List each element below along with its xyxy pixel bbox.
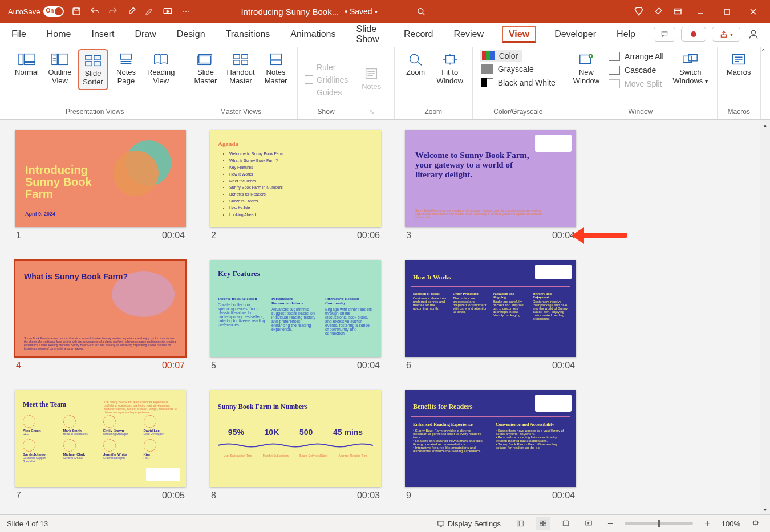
color-mode-button[interactable]: Color bbox=[480, 50, 522, 62]
group-label: Show bbox=[318, 108, 335, 116]
slide-thumbnail-9[interactable]: Benefits for Readers Enhanced Reading Ex… bbox=[405, 390, 576, 501]
svg-point-26 bbox=[410, 55, 418, 63]
bw-mode-button[interactable]: Black and White bbox=[480, 76, 557, 89]
outline-view-button[interactable]: Outline View bbox=[44, 49, 75, 88]
tab-home[interactable]: Home bbox=[44, 26, 74, 43]
window-options-icon[interactable] bbox=[668, 2, 687, 21]
maximize-button[interactable] bbox=[714, 2, 739, 21]
redo-icon[interactable] bbox=[104, 2, 122, 21]
slide-thumbnail-4[interactable]: What is Sunny Book Farm? Sunny Book Farm… bbox=[15, 260, 186, 371]
autosave-label: AutoSave bbox=[8, 7, 40, 16]
svg-rect-33 bbox=[437, 521, 444, 525]
tab-animations[interactable]: Animations bbox=[288, 26, 338, 43]
scroll-down-icon[interactable]: ▾ bbox=[760, 504, 770, 514]
slide-timing: 00:04 bbox=[552, 230, 575, 241]
sorter-view-status-button[interactable] bbox=[536, 517, 550, 530]
svg-rect-34 bbox=[517, 521, 520, 526]
account-icon[interactable] bbox=[746, 27, 761, 42]
present-icon[interactable] bbox=[159, 2, 177, 21]
handout-master-button[interactable]: Handout Master bbox=[223, 49, 258, 88]
tab-slideshow[interactable]: Slide Show bbox=[354, 21, 385, 48]
slide-number: 4 bbox=[16, 360, 21, 371]
tab-draw[interactable]: Draw bbox=[132, 26, 158, 43]
zoom-percent[interactable]: 100% bbox=[722, 519, 740, 528]
group-show: Ruler Gridlines Guides Notes Show⤡ bbox=[298, 47, 395, 119]
minimize-button[interactable] bbox=[688, 2, 713, 21]
share-button[interactable]: ▾ bbox=[712, 27, 740, 42]
slide-timing: 00:05 bbox=[162, 490, 185, 501]
tab-record[interactable]: Record bbox=[402, 26, 436, 43]
ruler-checkbox[interactable]: Ruler bbox=[305, 62, 348, 73]
slide-timing: 00:04 bbox=[357, 360, 380, 371]
brush-icon[interactable] bbox=[649, 2, 667, 21]
fit-to-window-button[interactable]: Fit to Window bbox=[433, 49, 467, 88]
scroll-up-icon[interactable]: ▴ bbox=[760, 120, 770, 130]
zoom-out-button[interactable]: − bbox=[604, 518, 617, 530]
arrange-all-button[interactable]: Arrange All bbox=[607, 50, 664, 63]
slide-master-button[interactable]: Slide Master bbox=[190, 49, 221, 88]
guides-checkbox[interactable]: Guides bbox=[305, 87, 348, 98]
tab-developer[interactable]: Developer bbox=[552, 26, 598, 43]
reading-view-status-button[interactable] bbox=[558, 517, 573, 530]
search-icon[interactable] bbox=[412, 2, 430, 21]
notes-pane-button: Notes bbox=[356, 63, 387, 94]
pen-icon[interactable] bbox=[140, 2, 159, 21]
group-label: Color/Grayscale bbox=[493, 108, 542, 118]
svg-rect-5 bbox=[721, 35, 726, 37]
record-button[interactable] bbox=[681, 27, 706, 42]
new-window-button[interactable]: New Window bbox=[570, 49, 603, 88]
reading-view-button[interactable]: Reading View bbox=[144, 49, 178, 88]
svg-rect-35 bbox=[520, 521, 523, 526]
qat-overflow-icon[interactable]: ⋯ bbox=[177, 2, 195, 21]
zoom-button[interactable]: Zoom bbox=[400, 49, 431, 79]
normal-view-button[interactable]: Normal bbox=[11, 49, 42, 79]
notes-master-button[interactable]: Notes Master bbox=[261, 49, 291, 88]
slide-thumbnail-6[interactable]: How It Works Selection of BooksCustomers… bbox=[405, 260, 576, 371]
tab-file[interactable]: File bbox=[9, 26, 29, 43]
group-label: Window bbox=[629, 108, 653, 118]
zoom-in-button[interactable]: + bbox=[701, 518, 713, 529]
gridlines-checkbox[interactable]: Gridlines bbox=[305, 74, 348, 86]
slide-thumbnail-5[interactable]: Key Features Diverse Book SelectionCurat… bbox=[210, 260, 381, 371]
tab-insert[interactable]: Insert bbox=[89, 26, 116, 43]
fit-to-window-status-button[interactable] bbox=[748, 517, 763, 530]
tab-transitions[interactable]: Transitions bbox=[224, 26, 273, 43]
slide-sorter-button[interactable]: Slide Sorter bbox=[78, 49, 108, 90]
diamond-icon[interactable] bbox=[630, 2, 648, 21]
tab-design[interactable]: Design bbox=[175, 26, 208, 43]
switch-windows-button[interactable]: Switch Windows ▾ bbox=[670, 49, 711, 88]
slide-thumbnail-2[interactable]: Agenda Welcome to Sunny Book FarmWhat is… bbox=[210, 130, 381, 241]
macros-button[interactable]: Macros bbox=[723, 49, 755, 79]
svg-rect-12 bbox=[86, 56, 92, 60]
undo-icon[interactable] bbox=[86, 2, 104, 21]
tab-help[interactable]: Help bbox=[614, 26, 638, 43]
tab-view[interactable]: View bbox=[502, 26, 536, 43]
slide-thumbnail-1[interactable]: IntroducingSunny BookFarm April 9, 2024 … bbox=[15, 130, 186, 241]
slide-sorter-pane[interactable]: ▴ ▾ IntroducingSunny BookFarm April 9, 2… bbox=[0, 120, 770, 514]
autosave-toggle[interactable]: AutoSave On bbox=[5, 6, 67, 17]
slide-thumbnail-3[interactable]: Welcome to Sunny Book Farm, your gateway… bbox=[405, 130, 576, 241]
collapse-ribbon-icon[interactable]: ˄ bbox=[761, 48, 765, 56]
display-settings-button[interactable]: Display Settings bbox=[432, 517, 505, 530]
slideshow-status-button[interactable] bbox=[581, 517, 596, 530]
grayscale-mode-button[interactable]: Grayscale bbox=[480, 63, 535, 75]
normal-view-status-button[interactable] bbox=[513, 517, 528, 530]
slide-thumbnail-8[interactable]: Sunny Book Farm in Numbers 95%10K50045 m… bbox=[210, 390, 381, 501]
comments-button[interactable] bbox=[654, 27, 675, 42]
svg-rect-7 bbox=[19, 54, 23, 65]
eyedropper-icon[interactable] bbox=[122, 2, 140, 21]
close-button[interactable] bbox=[740, 2, 765, 21]
svg-rect-27 bbox=[445, 55, 454, 63]
zoom-slider[interactable] bbox=[625, 522, 693, 525]
slide-number: 8 bbox=[211, 490, 216, 501]
notes-page-button[interactable]: Notes Page bbox=[111, 49, 141, 88]
autosave-switch[interactable]: On bbox=[43, 6, 64, 17]
slide-thumbnail-7[interactable]: Meet the Team The Sunny Book Farm team c… bbox=[15, 390, 186, 501]
save-status[interactable]: • Saved▾ bbox=[345, 7, 378, 16]
cascade-button[interactable]: Cascade bbox=[607, 64, 664, 76]
tab-review[interactable]: Review bbox=[452, 26, 486, 43]
show-dialog-launcher[interactable]: ⤡ bbox=[369, 108, 374, 116]
vertical-scrollbar[interactable]: ▴ ▾ bbox=[760, 120, 770, 514]
save-icon[interactable] bbox=[67, 2, 86, 21]
document-title[interactable]: Introducing Sunny Book... • Saved▾ bbox=[241, 7, 377, 17]
